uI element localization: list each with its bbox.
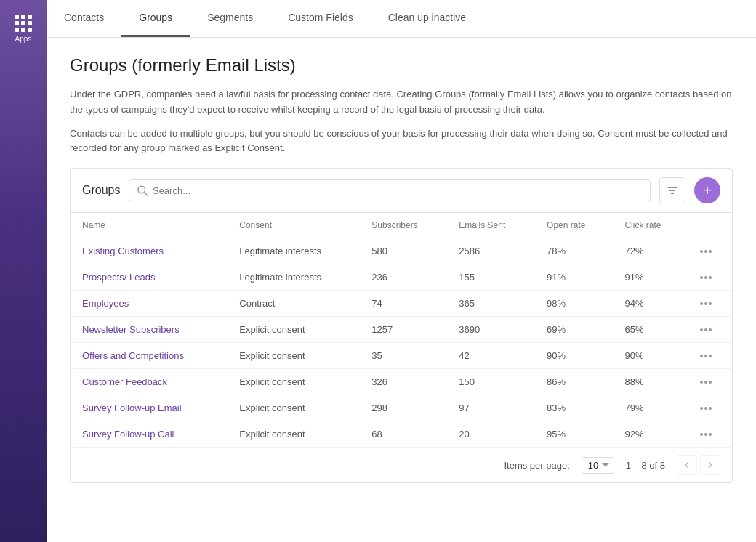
table-cell: 72% <box>613 238 688 264</box>
items-per-page-label: Items per page: <box>504 460 569 471</box>
more-actions-button[interactable] <box>700 381 712 384</box>
filter-button[interactable] <box>659 177 685 203</box>
more-actions-button[interactable] <box>700 355 712 357</box>
table-row: Prospects/ LeadsLegitimate interests2361… <box>71 264 732 291</box>
table-head: NameConsentSubscribersEmails SentOpen ra… <box>71 213 732 238</box>
more-actions-button[interactable] <box>700 433 712 436</box>
col-header-name: Name <box>71 213 228 238</box>
table-cell: 65% <box>613 317 688 343</box>
description-2: Contacts can be added to multiple groups… <box>70 126 733 157</box>
col-header-subscribers: Subscribers <box>360 213 447 238</box>
table-cell: 98% <box>535 291 613 317</box>
more-actions-button[interactable] <box>700 328 712 331</box>
table-cell: Explicit consent <box>228 317 360 343</box>
table-body: Existing CustomersLegitimate interests58… <box>71 238 732 448</box>
group-name-link[interactable]: Prospects/ Leads <box>71 264 228 291</box>
table-cell: 78% <box>535 238 613 264</box>
nav-tab-clean-up-inactive[interactable]: Clean up inactive <box>371 0 483 37</box>
apps-label: Apps <box>15 35 32 43</box>
table-cell: 88% <box>613 369 688 395</box>
group-name-link[interactable]: Survey Follow-up Call <box>71 421 228 448</box>
group-name-link[interactable]: Offers and Competitions <box>71 343 228 369</box>
table-cell: Explicit consent <box>228 395 360 421</box>
table-cell: 2586 <box>447 238 535 264</box>
nav-tab-segments[interactable]: Segments <box>190 0 270 37</box>
row-actions-cell <box>688 264 732 291</box>
table-cell: 3690 <box>447 317 535 343</box>
pagination-nav <box>677 455 720 475</box>
more-actions-button[interactable] <box>700 250 712 253</box>
table-cell: 155 <box>447 264 535 291</box>
row-actions-cell <box>688 317 732 343</box>
table-row: Survey Follow-up CallExplicit consent682… <box>71 421 732 448</box>
pagination-info: 1 – 8 of 8 <box>626 460 665 471</box>
table-row: Survey Follow-up EmailExplicit consent29… <box>71 395 732 421</box>
main-content: ContactsGroupsSegmentsCustom FieldsClean… <box>47 0 756 542</box>
more-actions-button[interactable] <box>700 276 712 279</box>
more-dots-icon <box>700 250 712 253</box>
table-row: Existing CustomersLegitimate interests58… <box>71 238 732 264</box>
row-actions-cell <box>688 421 732 448</box>
group-name-link[interactable]: Customer Feedback <box>71 369 228 395</box>
group-name-link[interactable]: Employees <box>71 291 228 317</box>
table-cell: 326 <box>360 369 447 395</box>
table-cell: Explicit consent <box>228 369 360 395</box>
apps-grid-icon <box>15 15 32 32</box>
more-actions-button[interactable] <box>700 302 712 305</box>
groups-table-card: Groups <box>70 168 733 483</box>
svg-line-1 <box>145 193 148 195</box>
more-dots-icon <box>700 328 712 331</box>
table-cell: 35 <box>360 343 447 369</box>
page-content: Groups (formerly Email Lists) Under the … <box>47 38 756 542</box>
per-page-select[interactable]: 10 25 50 <box>582 457 614 474</box>
table-row: EmployeesContract7436598%94% <box>71 291 732 317</box>
table-cell: 298 <box>360 395 447 421</box>
nav-tab-groups[interactable]: Groups <box>121 0 190 37</box>
col-header- <box>688 213 732 238</box>
more-dots-icon <box>700 407 712 410</box>
table-cell: 42 <box>447 343 535 369</box>
table-header: Groups <box>71 169 732 213</box>
table-cell: 236 <box>360 264 447 291</box>
more-dots-icon <box>700 381 712 384</box>
table-cell: 74 <box>360 291 447 317</box>
add-group-button[interactable]: + <box>694 177 720 203</box>
more-dots-icon <box>700 276 712 279</box>
table-cell: 97 <box>447 395 535 421</box>
nav-tab-custom-fields[interactable]: Custom Fields <box>270 0 370 37</box>
table-cell: 79% <box>613 395 688 421</box>
row-actions-cell <box>688 369 732 395</box>
table-cell: 95% <box>535 421 613 448</box>
nav-tab-contacts[interactable]: Contacts <box>47 0 121 37</box>
group-name-link[interactable]: Survey Follow-up Email <box>71 395 228 421</box>
more-dots-icon <box>700 433 712 436</box>
table-cell: 86% <box>535 369 613 395</box>
table-cell: Explicit consent <box>228 343 360 369</box>
row-actions-cell <box>688 291 732 317</box>
group-name-link[interactable]: Newsletter Subscribers <box>71 317 228 343</box>
nav-tabs: ContactsGroupsSegmentsCustom FieldsClean… <box>47 0 756 38</box>
col-header-open-rate: Open rate <box>535 213 613 238</box>
filter-icon <box>667 185 678 196</box>
row-actions-cell <box>688 343 732 369</box>
table-cell: 69% <box>535 317 613 343</box>
group-name-link[interactable]: Existing Customers <box>71 238 228 264</box>
table-cell: 94% <box>613 291 688 317</box>
search-wrap <box>129 179 651 201</box>
table-cell: 1257 <box>360 317 447 343</box>
table-cell: 580 <box>360 238 447 264</box>
apps-nav-item[interactable]: Apps <box>9 9 38 49</box>
table-card-title: Groups <box>82 184 120 197</box>
table-cell: 150 <box>447 369 535 395</box>
more-actions-button[interactable] <box>700 407 712 410</box>
table-cell: Contract <box>228 291 360 317</box>
next-page-button[interactable] <box>700 455 720 475</box>
table-header-row: NameConsentSubscribersEmails SentOpen ra… <box>71 213 732 238</box>
table-row: Newsletter SubscribersExplicit consent12… <box>71 317 732 343</box>
row-actions-cell <box>688 395 732 421</box>
groups-table: NameConsentSubscribersEmails SentOpen ra… <box>71 213 732 448</box>
search-input[interactable] <box>153 185 643 196</box>
table-cell: 365 <box>447 291 535 317</box>
prev-page-button[interactable] <box>677 455 697 475</box>
col-header-click-rate: Click rate <box>613 213 688 238</box>
